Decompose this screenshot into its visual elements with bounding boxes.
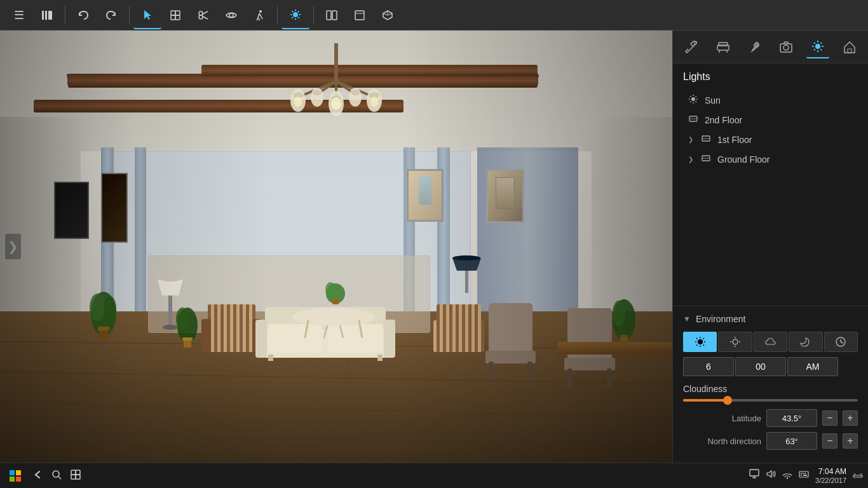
svg-rect-162 bbox=[16, 477, 21, 482]
svg-rect-0 bbox=[42, 11, 44, 20]
taskbar-search-icon[interactable] bbox=[51, 469, 62, 483]
3d-cube-icon[interactable] bbox=[374, 1, 402, 29]
taskbar-volume-icon[interactable] bbox=[766, 469, 776, 482]
main-area: ❯ bbox=[0, 30, 868, 463]
svg-rect-73 bbox=[201, 319, 211, 352]
panel-camera-icon[interactable] bbox=[775, 36, 797, 58]
svg-point-93 bbox=[325, 282, 336, 297]
armchair-right bbox=[430, 301, 487, 355]
svg-line-20 bbox=[298, 11, 299, 12]
3d-viewport[interactable]: ❯ bbox=[0, 30, 672, 463]
sun-item-icon bbox=[688, 94, 698, 106]
cloudiness-slider-thumb[interactable] bbox=[723, 396, 732, 405]
panel-sun-icon[interactable] bbox=[806, 36, 829, 58]
latitude-input[interactable] bbox=[766, 409, 817, 427]
svg-rect-94 bbox=[332, 300, 339, 304]
nav-arrow-left[interactable]: ❯ bbox=[5, 234, 21, 259]
cloudiness-slider-track[interactable] bbox=[683, 399, 858, 402]
latitude-plus-btn[interactable]: + bbox=[843, 410, 858, 426]
lights-section: Lights Sun bbox=[673, 64, 868, 177]
weather-btn-clear[interactable] bbox=[683, 332, 717, 352]
latitude-minus-btn[interactable]: − bbox=[822, 410, 837, 426]
panel-house-icon[interactable] bbox=[838, 36, 861, 58]
svg-rect-104 bbox=[489, 362, 494, 379]
library-icon[interactable] bbox=[33, 1, 61, 29]
time-ampm-input[interactable] bbox=[787, 357, 838, 376]
cloudiness-slider-fill bbox=[683, 399, 727, 402]
weather-btn-night[interactable] bbox=[789, 332, 822, 352]
svg-rect-24 bbox=[355, 11, 364, 20]
svg-point-87 bbox=[292, 308, 375, 327]
curtain-strip-2 bbox=[135, 147, 146, 329]
weather-btn-clock[interactable] bbox=[824, 332, 858, 352]
light-item-ground-floor[interactable]: ❯ Ground Floor bbox=[683, 149, 858, 169]
svg-rect-160 bbox=[16, 470, 21, 475]
walk-icon[interactable] bbox=[245, 1, 273, 29]
svg-rect-173 bbox=[799, 471, 808, 477]
start-button[interactable] bbox=[5, 466, 25, 486]
svg-point-68 bbox=[161, 278, 180, 281]
taskbar-notification-icon[interactable] bbox=[853, 469, 863, 482]
svg-line-132 bbox=[690, 96, 691, 97]
scissors-icon[interactable] bbox=[189, 1, 217, 29]
wall-painting-right1 bbox=[486, 169, 524, 223]
svg-line-134 bbox=[696, 96, 697, 97]
time-minute-input[interactable] bbox=[735, 357, 786, 376]
sun-main-icon[interactable] bbox=[281, 1, 309, 29]
svg-rect-111 bbox=[719, 43, 728, 46]
taskbar-pc-icon[interactable] bbox=[749, 469, 759, 482]
svg-rect-2 bbox=[48, 11, 52, 20]
undo-icon[interactable] bbox=[69, 1, 97, 29]
spacer bbox=[673, 177, 868, 306]
cloudiness-label: Cloudiness bbox=[683, 384, 858, 394]
north-direction-label: North direction bbox=[683, 437, 761, 446]
taskbar-keyboard-icon[interactable] bbox=[799, 469, 809, 482]
light-item-1st-floor[interactable]: ❯ 1st Floor bbox=[683, 130, 858, 149]
svg-line-148 bbox=[703, 345, 704, 346]
plant-table bbox=[323, 276, 348, 307]
ground-floor-label: Ground Floor bbox=[717, 154, 770, 165]
north-direction-input[interactable] bbox=[766, 432, 817, 450]
north-direction-minus-btn[interactable]: − bbox=[822, 433, 837, 449]
panel-build-icon[interactable] bbox=[680, 36, 703, 58]
panel-toolbar bbox=[673, 30, 868, 64]
svg-rect-5 bbox=[171, 15, 175, 20]
svg-line-133 bbox=[696, 102, 697, 103]
taskbar-network-icon[interactable] bbox=[782, 469, 792, 482]
chandelier bbox=[279, 43, 393, 126]
svg-point-151 bbox=[733, 339, 738, 344]
frame-icon[interactable] bbox=[346, 1, 374, 29]
svg-rect-23 bbox=[332, 11, 337, 20]
info-panel-icon[interactable] bbox=[318, 1, 346, 29]
plant-container-left bbox=[88, 282, 119, 342]
panel-paint-icon[interactable] bbox=[743, 36, 766, 58]
taskbar-back-icon[interactable] bbox=[33, 470, 43, 482]
svg-point-57 bbox=[104, 296, 116, 322]
svg-line-9 bbox=[203, 11, 208, 15]
select-icon[interactable] bbox=[133, 1, 161, 29]
light-item-sun[interactable]: Sun bbox=[683, 90, 858, 110]
svg-point-44 bbox=[370, 97, 378, 107]
weather-btn-cloudy[interactable] bbox=[754, 332, 787, 352]
env-title: Environment bbox=[696, 314, 746, 324]
light-item-2nd-floor[interactable]: 2nd Floor bbox=[683, 110, 858, 130]
svg-line-91 bbox=[340, 325, 343, 338]
weather-btn-sunny[interactable] bbox=[718, 332, 752, 352]
env-header[interactable]: ▼ Environment bbox=[683, 314, 858, 324]
panel-furniture-icon[interactable] bbox=[712, 36, 735, 58]
taskbar: 7:04 AM 3/22/2017 bbox=[0, 463, 868, 488]
svg-line-18 bbox=[292, 11, 294, 12]
eye-icon[interactable] bbox=[217, 1, 245, 29]
north-direction-plus-btn[interactable]: + bbox=[843, 433, 858, 449]
menu-icon[interactable]: ☰ bbox=[5, 1, 33, 29]
table-lamp-right bbox=[449, 252, 484, 299]
objects-icon[interactable] bbox=[161, 1, 189, 29]
svg-marker-66 bbox=[158, 280, 183, 295]
svg-rect-64 bbox=[168, 295, 172, 327]
time-hour-input[interactable] bbox=[683, 357, 734, 376]
taskbar-task-view-icon[interactable] bbox=[70, 469, 81, 483]
tv-or-art bbox=[54, 182, 89, 239]
svg-rect-4 bbox=[175, 11, 180, 15]
redo-icon[interactable] bbox=[97, 1, 125, 29]
time-row bbox=[683, 357, 858, 376]
